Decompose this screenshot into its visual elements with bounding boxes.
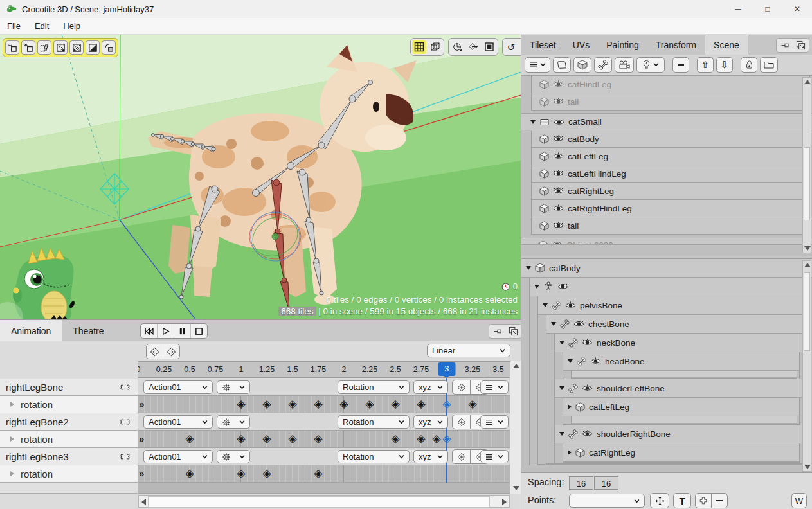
tab-theatre[interactable]: Theatre [62, 320, 114, 341]
tree-item-headbone[interactable]: headBone [563, 352, 799, 371]
interpolation-select[interactable]: Linear [427, 344, 510, 357]
tree-item-catrightleg[interactable]: catRightLeg [532, 183, 809, 200]
menu-help[interactable]: Help [56, 18, 87, 34]
tile-create-button[interactable] [5, 40, 19, 55]
group-folder-button[interactable] [760, 57, 778, 73]
scroll-up-icon[interactable] [804, 263, 811, 267]
next-keyframe-button[interactable] [163, 344, 179, 359]
keyframe-diamond[interactable]: ◈ [288, 432, 296, 445]
tree-item-neckbone[interactable]: neckBone [555, 334, 802, 352]
fill-mode-button[interactable] [482, 40, 496, 54]
scene-canvas[interactable] [0, 35, 521, 319]
keyframe-diamond[interactable]: ◈ [314, 397, 322, 411]
eye-icon[interactable] [553, 187, 564, 195]
tab-transform[interactable]: Transform [647, 35, 705, 55]
add-plane-button[interactable] [553, 57, 571, 73]
action-select[interactable]: Action01 [143, 415, 213, 429]
text-tool-button[interactable]: T [673, 493, 691, 508]
tree-item-catbody[interactable]: catBody [532, 130, 809, 148]
minimize-button[interactable]: ─ [723, 0, 753, 18]
menu-file[interactable]: File [0, 18, 28, 34]
eye-icon[interactable] [553, 135, 564, 143]
expand-open-icon[interactable] [559, 386, 564, 390]
eye-icon[interactable] [557, 283, 568, 290]
tree-item-catlefthindleg[interactable]: catLeftHindLeg [532, 165, 809, 183]
expand-closed-icon[interactable] [10, 471, 14, 476]
expand-closed-icon[interactable] [10, 402, 14, 407]
eye-icon[interactable] [553, 152, 564, 160]
add-keyframe-button[interactable] [452, 449, 471, 464]
add-camera-button[interactable] [615, 57, 634, 73]
maximize-button[interactable]: □ [753, 0, 782, 18]
expand-open-icon[interactable] [543, 303, 548, 307]
tab-uvs[interactable]: UVs [564, 35, 598, 55]
expand-open-icon[interactable] [568, 359, 573, 363]
undo-button[interactable]: ↺ [504, 40, 518, 54]
keyframe-diamond[interactable]: ◈ [262, 397, 271, 411]
channel-name-cell[interactable]: rotation [0, 431, 138, 448]
axes-select[interactable]: xyz [413, 380, 448, 394]
keyframe-diamond[interactable]: ◈ [237, 397, 245, 411]
keyframe-diamond[interactable]: ◈ [417, 397, 425, 411]
add-object-button[interactable] [573, 57, 591, 73]
points-select[interactable] [569, 494, 645, 508]
action-gear-select[interactable] [217, 450, 250, 463]
tree-item-shoulderrightbone[interactable]: shoulderRightBone [555, 425, 802, 443]
add-bone-button[interactable] [594, 57, 612, 73]
rewind-button[interactable] [141, 324, 158, 338]
vscrollbar-thumb[interactable] [804, 147, 810, 220]
vscrollbar-thumb[interactable] [804, 272, 810, 351]
tree-item-catleftleg-bone[interactable]: catLeftLeg [563, 398, 799, 416]
prev-keyframe-button[interactable] [147, 344, 163, 359]
grid-toggle-button[interactable] [412, 40, 426, 54]
arc-tile-button[interactable] [102, 40, 116, 55]
keyframe-diamond[interactable]: ◈ [432, 432, 440, 445]
keyframe-track[interactable]: »◈◈◈◈◈◈◈◈◈◈ [138, 396, 510, 413]
tab-scene[interactable]: Scene [705, 35, 748, 55]
stop-button[interactable] [191, 324, 207, 338]
eye-icon[interactable] [553, 98, 564, 105]
timeline-hscrollbar[interactable] [138, 495, 510, 508]
viewport-3d[interactable]: ↺ ↻ 0 0 tiles / 0 edges / 0 vertices / 0… [0, 35, 521, 319]
track-name-cell[interactable]: rightLegBone2 [0, 413, 138, 431]
play-button[interactable] [158, 324, 174, 338]
tree-item-chestbone[interactable]: chestBone [546, 315, 804, 334]
expand-closed-icon[interactable] [568, 450, 572, 455]
eye-icon[interactable] [553, 222, 564, 229]
expand-open-icon[interactable] [559, 341, 564, 344]
property-select[interactable]: Rotation [338, 380, 410, 394]
move-points-button[interactable] [650, 493, 669, 508]
tree-item-shoulderleftbone[interactable]: shoulderLeftBone [555, 379, 802, 398]
action-select[interactable]: Action01 [143, 450, 213, 463]
axes-select[interactable]: xyz [413, 450, 448, 463]
scroll-down-icon[interactable] [513, 486, 519, 490]
close-button[interactable]: ✕ [782, 0, 812, 18]
keyframe-diamond[interactable]: ◈ [237, 432, 245, 445]
keyframe-diamond[interactable]: ◈ [185, 432, 194, 445]
expand-closed-icon[interactable] [568, 404, 572, 409]
keyframe-diamond[interactable]: ◈ [262, 467, 271, 480]
redo-button[interactable]: ↻ [520, 40, 521, 54]
eye-icon[interactable] [590, 357, 601, 365]
remove-point-button[interactable] [711, 493, 728, 508]
gradient-button[interactable] [86, 40, 100, 55]
expand-open-icon[interactable] [559, 432, 564, 436]
scroll-down-icon[interactable] [804, 465, 811, 469]
track-name-cell[interactable]: rightLegBone [0, 379, 138, 396]
eye-icon[interactable] [553, 204, 564, 212]
rays-button[interactable] [69, 40, 84, 55]
eye-icon[interactable] [582, 339, 593, 346]
popout-button[interactable] [793, 40, 807, 51]
tree-vscrollbar[interactable] [802, 77, 811, 253]
wrap-mode-button[interactable]: W [791, 493, 807, 508]
track-menu-select[interactable] [480, 380, 509, 394]
vertex-snap-button[interactable] [21, 40, 35, 55]
tree-item-catrightleg-bone[interactable]: catRightLeg [563, 443, 799, 462]
spacing-x-input[interactable]: 16 [569, 476, 593, 490]
eye-icon[interactable] [565, 301, 576, 309]
eye-icon[interactable] [582, 384, 593, 392]
add-light-button[interactable] [636, 57, 665, 73]
eye-icon[interactable] [582, 430, 593, 438]
tab-tileset[interactable]: Tileset [521, 35, 564, 55]
tree-item-catsmall[interactable]: catSmall [521, 113, 812, 130]
